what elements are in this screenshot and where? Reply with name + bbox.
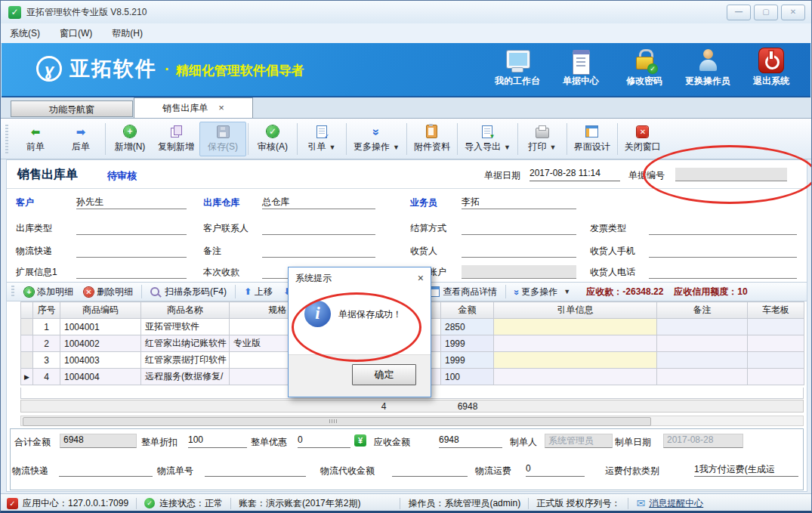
offer-label: 整单优惠 [251, 436, 287, 449]
outbound-type-input[interactable] [76, 221, 187, 235]
workbench-button[interactable]: 我的工作台 [486, 48, 549, 88]
doc-no-field[interactable] [675, 168, 787, 181]
scrollbar-thumb[interactable] [23, 417, 651, 426]
person-icon [695, 48, 721, 73]
tracking-no-field[interactable] [205, 463, 306, 477]
tab-nav[interactable]: 功能导航窗 [11, 100, 133, 117]
invoice-type-input[interactable] [649, 221, 797, 235]
magnifier-icon [150, 287, 159, 296]
x-icon: ✕ [84, 287, 94, 297]
express-field[interactable] [59, 463, 153, 477]
row-selector[interactable] [21, 335, 33, 352]
maker-field: 系统管理员 [545, 434, 613, 448]
freight-label: 物流运费 [475, 465, 511, 477]
tab-close-icon[interactable]: × [218, 102, 224, 113]
cod-field[interactable] [392, 463, 468, 477]
maker-label: 制单人 [510, 436, 537, 449]
menu-bar: 系统(S) 窗口(W) 帮助(H) [1, 23, 811, 44]
doc-title: 销售出库单 [17, 167, 78, 183]
row-selector[interactable] [21, 352, 33, 369]
menu-window[interactable]: 窗口(W) [60, 27, 92, 40]
tab-bar: 功能导航窗 销售出库单× [1, 97, 811, 119]
field-invoice-type: 发票类型 [590, 220, 797, 235]
dialog-close-icon[interactable]: × [418, 272, 424, 284]
field-consignee-mobile: 收货人手机 [590, 243, 797, 258]
printer-icon [536, 128, 549, 138]
dialog-body: i 单据保存成功！ [289, 289, 431, 356]
add-row-button[interactable]: + 添加明细 [24, 286, 73, 298]
contact-input[interactable] [262, 221, 375, 235]
salesman-input[interactable]: 李拓 [462, 196, 576, 209]
exit-button[interactable]: 退出系统 [739, 48, 803, 88]
doc-center-button[interactable]: 单据中心 [549, 48, 613, 88]
toolbar: ⬅ 前单 ➡ 后单 + 新增(N) 复制新增 保存(S) ✓ 审核(A) ✓ 引… [1, 118, 811, 159]
toolbar-grip [11, 286, 14, 298]
title-bar: ✓ 亚拓管理软件专业版 V8.5.210 — ▢ ✕ [1, 1, 811, 24]
more-row-actions-button[interactable]: » 更多操作 ▼ [514, 286, 570, 298]
field-consignee: 收货人 [410, 243, 576, 258]
switch-operator-button[interactable]: 更换操作员 [676, 48, 739, 88]
ext-info-input[interactable] [76, 265, 187, 279]
ui-design-button[interactable]: 界面设计 [569, 122, 616, 156]
consignee-mobile-input[interactable] [649, 244, 797, 258]
field-ext-info: 扩展信息1 [16, 264, 187, 279]
dialog-footer: 确定 [289, 354, 431, 397]
tab-sales-outbound[interactable]: 销售出库单× [134, 97, 253, 118]
receive-account-input[interactable] [462, 265, 576, 279]
freight-type-field[interactable]: 1我方付运费(生成运 [694, 463, 798, 477]
field-remark: 备注 [203, 243, 375, 258]
print-button[interactable]: 打印▼ [520, 122, 565, 156]
save-button[interactable]: 保存(S) [199, 122, 246, 156]
chevron-down-icon: ▼ [393, 144, 400, 151]
message-center-link[interactable]: 消息提醒中心 [649, 497, 703, 510]
double-chevron-icon: » [511, 289, 522, 293]
monitor-icon [505, 48, 530, 73]
total-amount-field: 6948 [60, 434, 137, 448]
copy-new-button[interactable]: 复制新增 [153, 122, 199, 156]
new-button[interactable]: + 新增(N) [107, 122, 153, 156]
scan-barcode-button[interactable]: 扫描条形码(F4) [150, 286, 227, 298]
receivable-field[interactable]: 6948 [439, 434, 502, 448]
view-product-button[interactable]: 查看商品详情 [428, 286, 497, 298]
move-up-button[interactable]: ⬆ 上移 [244, 286, 273, 298]
row-selector[interactable] [21, 319, 33, 335]
attachments-button[interactable]: 附件资料 [409, 122, 455, 156]
horizontal-scrollbar[interactable] [20, 416, 804, 426]
offer-field[interactable]: 0 [298, 434, 350, 448]
dialog-title: 系统提示 [295, 272, 332, 285]
doc-date-field[interactable]: 2017-08-28 11:14 [529, 168, 620, 181]
logistics-input[interactable] [76, 244, 187, 258]
menu-system[interactable]: 系统(S) [10, 27, 40, 40]
audit-button[interactable]: ✓ 审核(A) [250, 122, 295, 156]
freight-field[interactable]: 0 [526, 463, 585, 477]
ok-button[interactable]: 确定 [352, 364, 416, 385]
next-doc-button[interactable]: ➡ 后单 [58, 122, 103, 156]
message-dialog: 系统提示 × i 单据保存成功！ 确定 [288, 267, 431, 397]
current-row-marker-icon[interactable]: ▶ [21, 369, 33, 385]
change-password-button[interactable]: ✓ 修改密码 [613, 48, 676, 88]
minimize-icon[interactable]: — [727, 5, 751, 20]
settlement-input[interactable] [462, 221, 576, 235]
consignee-phone-input[interactable] [649, 265, 797, 279]
envelope-icon: ✉ [636, 497, 645, 509]
total-amount-label: 合计金额 [14, 436, 51, 449]
arrow-up-icon: ⬆ [244, 286, 252, 297]
make-date-field: 2017-08-28 [663, 434, 743, 448]
copy-icon [171, 125, 182, 138]
close-window-button[interactable]: ✕ 关闭窗口 [619, 122, 666, 156]
remark-input[interactable] [262, 244, 375, 258]
prev-doc-button[interactable]: ⬅ 前单 [13, 122, 58, 156]
discount-field[interactable]: 100 [188, 434, 247, 448]
warehouse-input[interactable]: 总仓库 [262, 196, 375, 209]
more-actions-button[interactable]: » 更多操作▼ [348, 122, 405, 156]
maximize-icon[interactable]: ▢ [754, 5, 778, 20]
chevron-down-icon: ▼ [549, 144, 556, 151]
delete-row-button[interactable]: ✕ 删除明细 [84, 286, 133, 298]
make-date-label: 制单日期 [615, 436, 651, 449]
customer-input[interactable]: 孙先生 [76, 196, 187, 209]
close-icon[interactable]: ✕ [781, 5, 805, 20]
import-export-button[interactable]: ▼ 导入导出▼ [459, 122, 516, 156]
menu-help[interactable]: 帮助(H) [112, 27, 143, 40]
pull-doc-button[interactable]: ✓ 引单▼ [299, 122, 344, 156]
consignee-input[interactable] [462, 244, 576, 258]
